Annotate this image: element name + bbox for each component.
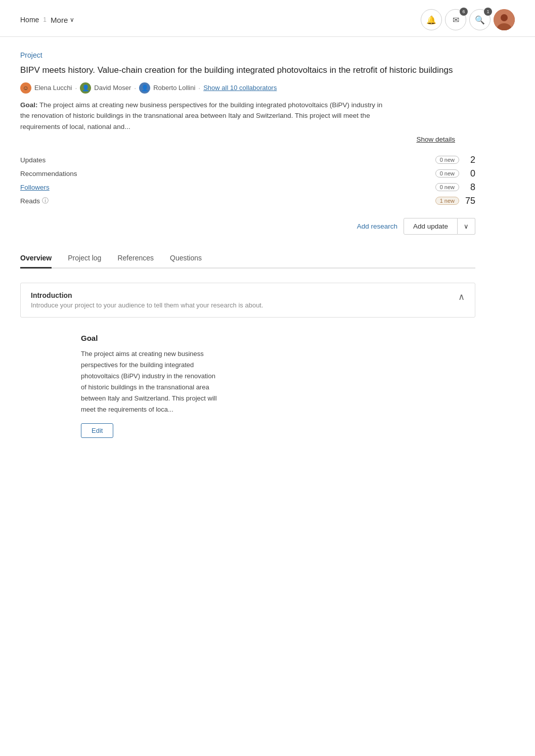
chevron-down-icon: ∨ bbox=[464, 223, 469, 230]
avatar-roberto: 👤 bbox=[139, 82, 150, 94]
stat-badge-updates: 0 new bbox=[435, 156, 459, 164]
nav-more-menu[interactable]: More ∨ bbox=[51, 16, 74, 24]
bell-icon: 🔔 bbox=[426, 15, 436, 25]
svg-point-1 bbox=[501, 14, 508, 21]
bell-button[interactable]: 🔔 bbox=[421, 9, 442, 30]
nav-more-label: More bbox=[51, 16, 68, 24]
stat-badge-recommendations: 0 new bbox=[435, 169, 459, 177]
stat-badge-followers: 0 new bbox=[435, 183, 459, 191]
stat-count-updates: 2 bbox=[463, 155, 475, 165]
intro-subtitle: Introduce your project to your audience … bbox=[31, 301, 450, 309]
intro-text-block: Introduction Introduce your project to y… bbox=[31, 291, 450, 309]
chevron-down-icon: ∨ bbox=[70, 16, 74, 23]
action-row: Add research Add update ∨ bbox=[20, 218, 475, 235]
project-label: Project bbox=[20, 51, 515, 59]
stat-row-recommendations: Recommendations 0 new 0 bbox=[20, 167, 475, 181]
mail-button[interactable]: ✉ 6 bbox=[445, 9, 466, 30]
project-title: BIPV meets history. Value-chain creation… bbox=[20, 64, 515, 76]
goal-text: The project aims at creating new busines… bbox=[81, 348, 222, 416]
collab-name-roberto: Roberto Lollini bbox=[153, 84, 195, 92]
nav-bar: Home 1 More ∨ 🔔 ✉ 6 🔍 1 bbox=[0, 0, 535, 37]
stat-label-followers[interactable]: Followers bbox=[20, 184, 50, 191]
stat-right-reads: 1 new 75 bbox=[435, 196, 475, 206]
tab-overview[interactable]: Overview bbox=[20, 249, 52, 269]
nav-home-link[interactable]: Home bbox=[20, 16, 39, 24]
tabs-row: Overview Project log References Question… bbox=[20, 249, 475, 269]
mail-icon: ✉ bbox=[453, 15, 459, 25]
stat-count-recommendations: 0 bbox=[463, 168, 475, 179]
show-details-link[interactable]: Show details bbox=[20, 136, 455, 143]
intro-title: Introduction bbox=[31, 291, 450, 299]
add-update-dropdown-button[interactable]: ∨ bbox=[458, 218, 475, 235]
stat-count-followers: 8 bbox=[463, 182, 475, 193]
avatar-david: 👤 bbox=[80, 82, 91, 94]
stat-right-recommendations: 0 new 0 bbox=[435, 168, 475, 179]
nav-divider: 1 bbox=[43, 16, 47, 23]
search-icon: 🔍 bbox=[475, 15, 485, 25]
stat-label-reads: Reads ⓘ bbox=[20, 196, 49, 205]
goal-prefix: Goal: bbox=[20, 101, 38, 109]
introduction-section: Introduction Introduce your project to y… bbox=[20, 283, 475, 318]
stat-badge-reads: 1 new bbox=[435, 197, 459, 205]
add-update-button[interactable]: Add update bbox=[404, 218, 458, 235]
stat-row-followers: Followers 0 new 8 bbox=[20, 181, 475, 194]
tab-project-log[interactable]: Project log bbox=[68, 249, 101, 269]
tab-references[interactable]: References bbox=[117, 249, 154, 269]
avatar-elena: ☺ bbox=[20, 82, 31, 94]
main-content: Project BIPV meets history. Value-chain … bbox=[0, 37, 535, 474]
goal-title: Goal bbox=[81, 334, 485, 342]
mail-badge: 6 bbox=[460, 8, 468, 16]
stat-row-updates: Updates 0 new 2 bbox=[20, 153, 475, 167]
stat-count-reads: 75 bbox=[463, 196, 475, 206]
stat-label-updates: Updates bbox=[20, 156, 46, 164]
search-button[interactable]: 🔍 1 bbox=[469, 9, 491, 30]
show-all-collaborators-link[interactable]: Show all 10 collaborators bbox=[203, 84, 277, 92]
nav-left: Home 1 More ∨ bbox=[20, 16, 74, 24]
stat-label-recommendations: Recommendations bbox=[20, 170, 77, 177]
stat-row-reads: Reads ⓘ 1 new 75 bbox=[20, 194, 475, 208]
add-research-button[interactable]: Add research bbox=[357, 223, 397, 230]
stat-right-updates: 0 new 2 bbox=[435, 155, 475, 165]
nav-right: 🔔 ✉ 6 🔍 1 bbox=[421, 9, 515, 30]
collapse-button[interactable]: ∧ bbox=[458, 291, 465, 302]
stat-right-followers: 0 new 8 bbox=[435, 182, 475, 193]
project-section: Project BIPV meets history. Value-chain … bbox=[20, 51, 515, 143]
stats-section: Updates 0 new 2 Recommendations 0 new 0 … bbox=[20, 153, 515, 208]
goal-section: Goal The project aims at creating new bu… bbox=[20, 318, 506, 455]
edit-button[interactable]: Edit bbox=[81, 423, 113, 438]
search-badge: 1 bbox=[484, 8, 492, 16]
collab-name-elena: Elena Lucchi bbox=[34, 84, 72, 92]
user-avatar[interactable] bbox=[494, 9, 515, 30]
project-description-text: The project aims at creating new busines… bbox=[20, 101, 382, 130]
collaborators-row: ☺ Elena Lucchi · 👤 David Moser · 👤 Rober… bbox=[20, 82, 515, 94]
collab-name-david: David Moser bbox=[94, 84, 131, 92]
info-icon[interactable]: ⓘ bbox=[42, 196, 49, 205]
project-description: Goal: The project aims at creating new b… bbox=[20, 100, 384, 132]
tab-questions[interactable]: Questions bbox=[170, 249, 202, 269]
